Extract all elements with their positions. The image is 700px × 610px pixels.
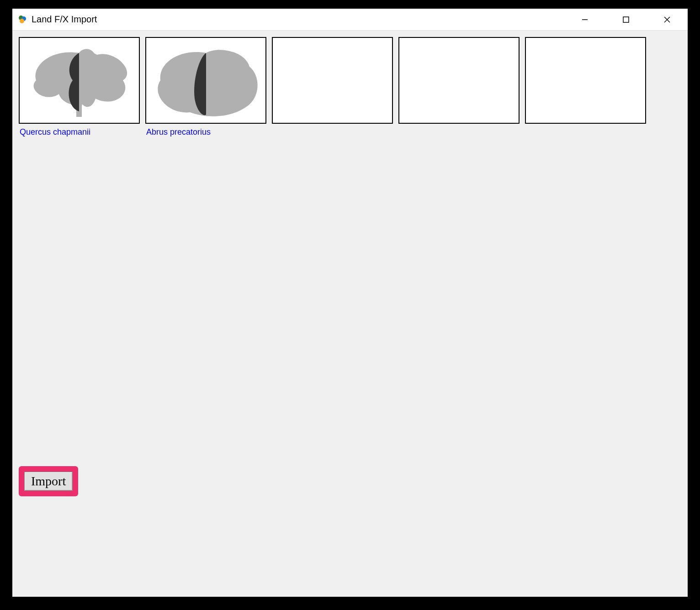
- maximize-icon: [622, 16, 630, 24]
- window: Land F/X Import: [12, 8, 688, 597]
- import-button[interactable]: Import: [24, 472, 73, 491]
- thumbnail-label[interactable]: Abrus precatorius: [145, 127, 266, 137]
- app-icon: [17, 14, 28, 25]
- thumbnail-row: Quercus chapmanii Abrus precatorius: [19, 37, 681, 137]
- window-controls: [564, 9, 688, 31]
- svg-point-2: [20, 19, 24, 23]
- thumbnail-preview[interactable]: [19, 37, 140, 124]
- thumbnail-preview[interactable]: [398, 37, 520, 124]
- client-area: Quercus chapmanii Abrus precatorius: [12, 31, 688, 597]
- minimize-icon: [581, 16, 589, 24]
- thumbnail-item[interactable]: [525, 37, 646, 137]
- thumbnail-item[interactable]: [398, 37, 520, 137]
- close-button[interactable]: [647, 9, 688, 31]
- import-highlight: Import: [19, 466, 78, 496]
- thumbnail-preview[interactable]: [145, 37, 266, 124]
- close-icon: [663, 16, 671, 24]
- window-title: Land F/X Import: [28, 14, 97, 25]
- thumbnail-item[interactable]: Abrus precatorius: [145, 37, 266, 137]
- minimize-button[interactable]: [564, 9, 605, 31]
- thumbnail-label[interactable]: Quercus chapmanii: [19, 127, 140, 137]
- thumbnail-item[interactable]: [272, 37, 393, 137]
- thumbnail-preview[interactable]: [272, 37, 393, 124]
- thumbnail-item[interactable]: Quercus chapmanii: [19, 37, 140, 137]
- tree-bush-icon: [149, 39, 263, 121]
- maximize-button[interactable]: [605, 9, 647, 31]
- titlebar: Land F/X Import: [12, 9, 688, 31]
- thumbnail-preview[interactable]: [525, 37, 646, 124]
- svg-rect-4: [623, 17, 629, 22]
- tree-tall-icon: [22, 39, 137, 121]
